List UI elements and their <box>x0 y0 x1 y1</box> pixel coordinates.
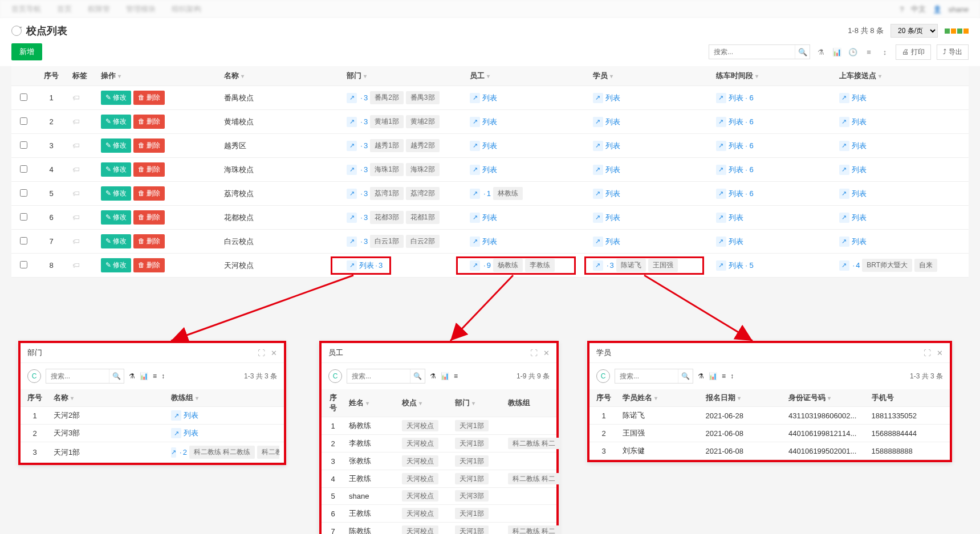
list-link[interactable]: ·3 <box>359 213 368 222</box>
link-icon[interactable]: ↗ <box>839 117 849 127</box>
search-input[interactable] <box>709 45 795 59</box>
list-icon[interactable]: ≡ <box>864 48 874 56</box>
tag-chip[interactable]: 天河校点 <box>402 455 438 467</box>
link-icon[interactable]: ↗ <box>171 410 181 421</box>
list-link[interactable]: 列表 <box>482 213 497 223</box>
list-link[interactable]: 列表 <box>482 141 497 151</box>
link-icon[interactable]: ↗ <box>470 117 480 127</box>
edit-button[interactable]: ✎ 修改 <box>101 234 131 248</box>
search-input[interactable] <box>615 369 678 383</box>
list-icon[interactable]: ≡ <box>454 372 458 380</box>
list-link[interactable]: ·3 <box>359 117 368 126</box>
link-icon[interactable]: ↗ <box>593 213 603 223</box>
p-col-name[interactable]: 名称▾ <box>49 389 166 407</box>
search-icon[interactable]: 🔍 <box>410 369 425 383</box>
tag-chip[interactable]: 天河校点 <box>402 473 438 484</box>
tag-chip[interactable]: BRT师大暨大 <box>862 259 912 272</box>
delete-button[interactable]: 🗑 删除 <box>133 91 165 105</box>
delete-button[interactable]: 🗑 删除 <box>133 186 165 201</box>
edit-button[interactable]: ✎ 修改 <box>101 186 131 201</box>
list-link[interactable]: 列表 <box>184 410 198 421</box>
tag-chip[interactable]: 天河1部 <box>455 508 489 519</box>
col-emp[interactable]: 员工▾ <box>464 66 587 86</box>
link-icon[interactable]: ↗ <box>347 93 357 103</box>
edit-button[interactable]: ✎ 修改 <box>101 138 131 153</box>
list-link[interactable]: 列表 · 6 <box>729 117 754 127</box>
list-link[interactable]: ·9 <box>482 261 491 270</box>
search-icon[interactable]: 🔍 <box>678 369 693 383</box>
link-icon[interactable]: ↗ <box>171 447 176 458</box>
tag-chip[interactable]: 科二教练 科二 <box>508 473 560 484</box>
list-link[interactable]: ·3 <box>359 141 368 150</box>
delete-button[interactable]: 🗑 删除 <box>133 210 165 225</box>
list-link[interactable]: 列表 <box>852 213 867 223</box>
col-pick[interactable]: 上车接送点▾ <box>833 66 969 86</box>
tag-chip[interactable]: 海珠1部 <box>370 163 404 176</box>
search-icon[interactable]: 🔍 <box>109 369 124 383</box>
list-link[interactable]: ·2 <box>178 448 187 456</box>
chart-icon[interactable]: 📊 <box>832 48 842 56</box>
tag-chip[interactable]: 陈诺飞 <box>616 259 646 272</box>
nav-tab[interactable]: 权限管 <box>88 4 110 14</box>
link-icon[interactable]: ↗ <box>839 93 849 103</box>
link-icon[interactable]: ↗ <box>347 189 357 199</box>
link-icon[interactable]: ↗ <box>716 213 726 223</box>
delete-button[interactable]: 🗑 删除 <box>133 162 165 177</box>
list-link[interactable]: ·1 <box>482 189 491 198</box>
tag-chip[interactable]: 番禺3部 <box>406 91 440 104</box>
link-icon[interactable]: ↗ <box>716 189 726 199</box>
link-icon[interactable]: ↗ <box>839 237 849 247</box>
lang-switch[interactable]: 中文 <box>911 4 926 14</box>
nav-tab[interactable]: 首页导航 <box>11 4 41 14</box>
cell-tag[interactable]: 🏷 <box>67 158 95 182</box>
p-col-name[interactable]: 姓名▾ <box>344 389 397 417</box>
tag-chip[interactable]: 天河1部 <box>455 438 489 449</box>
list-link[interactable]: 列表 · 6 <box>729 189 754 199</box>
list-link[interactable]: 列表 · 5 <box>729 260 754 271</box>
edit-button[interactable]: ✎ 修改 <box>101 258 131 272</box>
link-icon[interactable]: ↗ <box>470 141 480 151</box>
list-link[interactable]: 列表 · 6 <box>729 93 754 103</box>
p-col-grp[interactable]: 教练组▾ <box>166 389 284 407</box>
tag-chip[interactable]: 科二教练 科二 <box>508 525 560 535</box>
tag-chip[interactable]: 黄埔1部 <box>370 115 404 128</box>
list-link[interactable]: 列表 <box>729 237 743 247</box>
list-link[interactable]: 列表 <box>184 428 198 438</box>
list-link[interactable]: ·3 <box>359 93 368 102</box>
link-icon[interactable]: ↗ <box>347 117 357 127</box>
link-icon[interactable]: ↗ <box>716 237 726 247</box>
col-name[interactable]: 名称▾ <box>218 66 341 86</box>
tag-chip[interactable]: 林教练 <box>493 187 523 200</box>
link-icon[interactable]: ↗ <box>716 260 726 271</box>
p-col-date[interactable]: 报名日期▾ <box>701 389 784 407</box>
p-col-school[interactable]: 校点▾ <box>397 389 450 417</box>
tag-chip[interactable]: 白云2部 <box>406 235 440 248</box>
list-link[interactable]: ·3 <box>359 165 368 174</box>
link-icon[interactable]: ↗ <box>470 260 480 271</box>
cell-tag[interactable]: 🏷 <box>67 86 95 110</box>
list-link[interactable]: 列表 <box>605 189 620 199</box>
help-icon[interactable]: ? <box>900 5 904 14</box>
p-col-seq[interactable]: 序号 <box>589 389 618 407</box>
link-icon[interactable]: ↗ <box>470 213 480 223</box>
tag-chip[interactable]: 荔湾2部 <box>406 187 440 200</box>
col-dept[interactable]: 部门▾ <box>341 66 464 86</box>
list-link[interactable]: 列表 <box>852 117 867 127</box>
list-link[interactable]: 列表 <box>482 117 497 127</box>
tag-chip[interactable]: 天河1部 <box>455 420 489 431</box>
row-checkbox[interactable] <box>20 165 27 173</box>
close-icon[interactable]: ✕ <box>271 349 277 357</box>
refresh-icon[interactable]: C <box>328 369 342 383</box>
chart-icon[interactable]: 📊 <box>709 372 717 380</box>
sort-icon[interactable]: ↕ <box>161 372 165 380</box>
col-seq[interactable]: 序号 <box>36 66 67 86</box>
link-icon[interactable]: ↗ <box>593 260 603 271</box>
row-checkbox[interactable] <box>20 93 27 101</box>
filter-icon[interactable]: ⚗ <box>816 48 826 56</box>
history-icon[interactable]: 🕒 <box>848 48 858 56</box>
tag-chip[interactable]: 黄埔2部 <box>406 115 440 128</box>
list-link[interactable]: ·3 <box>605 261 614 270</box>
tag-chip[interactable]: 白云1部 <box>370 235 404 248</box>
list-link[interactable]: 列表 <box>852 189 867 199</box>
list-icon[interactable]: ≡ <box>153 372 157 380</box>
